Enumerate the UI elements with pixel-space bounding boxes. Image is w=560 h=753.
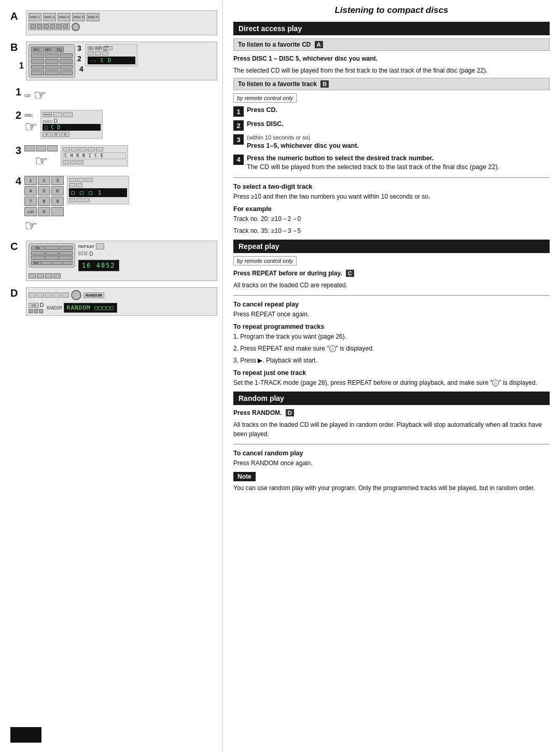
repeat-prog-step2: 2. Press REPEAT and make sure "○" is dis…	[233, 344, 550, 353]
cancel-repeat-title: To cancel repeat play	[233, 301, 550, 308]
repeat-instruction-text: Press REPEAT before or during play.	[233, 270, 342, 277]
key-blank	[51, 207, 64, 216]
step3-block: 3 ☞ C H R	[16, 145, 217, 170]
section-header-random: Random play	[233, 392, 550, 405]
hand-cd-icon: ☞	[34, 87, 47, 104]
section-random: Random play Press RANDOM. D All tracks o…	[233, 392, 550, 493]
page-title: Listening to compact discs	[233, 5, 550, 16]
arrow-d: D	[40, 302, 44, 308]
repeat-one-title: To repeat just one track	[233, 369, 550, 376]
step-box-1: 1	[233, 106, 244, 117]
step1-block: 1 CD ☞	[16, 87, 217, 104]
key-1: 1	[24, 176, 37, 185]
cd-unit-b: CD GRP CAL LE -- C D	[86, 44, 137, 78]
step4-content: 1 2 3 4 5 6 7 8 9 ≥10 0 ☞	[24, 176, 129, 234]
section-header-direct: Direct access play	[233, 22, 550, 35]
example-section: For example Track no. 20: ≥10→2→0 Track …	[233, 205, 550, 235]
step-text-3: (within 10 seconds or so) Press 1–5, whi…	[247, 134, 550, 151]
step-text-4: Press the numeric button to select the d…	[247, 154, 550, 172]
disc-indicator: DISC D	[43, 118, 101, 124]
step-label-1: 1	[19, 61, 24, 71]
disc-indicator-c: DISC	[78, 252, 88, 256]
example-line-2: Track no. 35: ≥10→3→5	[233, 226, 550, 235]
remote-b: MIC MIX EQ	[29, 44, 75, 78]
step-label-2: 2	[77, 54, 83, 63]
section-repeat: Repeat play by remote control only Press…	[233, 240, 550, 387]
key-3: 3	[51, 176, 64, 185]
figure-d: D RANDOM	[10, 287, 217, 316]
circle-icon: ○	[329, 345, 336, 352]
two-digit-section: To select a two-digit track Press ≥10 an…	[233, 183, 550, 201]
random-btn-d: RANDOM	[83, 292, 104, 298]
cancel-random-title: To cancel random play	[233, 450, 550, 457]
display-c: 16 4852	[78, 260, 119, 271]
step1-num: 1	[16, 87, 21, 97]
disc-label: DISC	[24, 114, 37, 117]
figure-c: C MIX	[10, 241, 217, 281]
fig-c-display-area: REPEAT DISC D 16 4852	[78, 243, 119, 271]
two-digit-text: Press ≥10 and then the two numbers you w…	[233, 192, 550, 201]
note-label: Note	[233, 472, 256, 481]
disc2: DISC 2	[43, 13, 56, 21]
cancel-repeat-text: Press REPEAT once again.	[233, 310, 550, 319]
fig-d-label: D	[10, 287, 23, 299]
step-label-3: 3	[77, 44, 83, 52]
sub1-title-text: To listen to a favorite CD	[238, 41, 311, 48]
step2-content: DISC ☞ ═══ DISC D □ C D C D E	[24, 110, 103, 139]
cd-label: CD	[24, 93, 31, 98]
left-panel: A DISC 1 DISC 2 DISC 3 DISC 4 DISC 5	[0, 0, 223, 753]
cancel-repeat-section: To cancel repeat play Press REPEAT once …	[233, 301, 550, 319]
step-box-4: 4	[233, 155, 244, 165]
fig-a-content: DISC 1 DISC 2 DISC 3 DISC 4 DISC 5	[26, 10, 217, 35]
divider-3	[233, 444, 550, 444]
step-item-1: 1 Press CD.	[233, 106, 550, 117]
key-5: 5	[38, 186, 50, 196]
repeat-instruction: Press REPEAT before or during play. C	[233, 269, 550, 278]
circle-icon-2: ○	[492, 380, 499, 386]
key-ge10: ≥10	[24, 207, 37, 216]
repeat-description: All tracks on the loaded CD are repeated…	[233, 281, 550, 290]
key-0: 0	[38, 207, 50, 216]
random-instruction-text: Press RANDOM.	[233, 409, 282, 416]
step1-content: CD ☞	[24, 87, 47, 104]
disc3: DISC 3	[58, 13, 71, 21]
fig-c-label: C	[10, 241, 23, 253]
right-panel: Listening to compact discs Direct access…	[223, 0, 560, 753]
repeat-programmed-section: To repeat programmed tracks 1. Program t…	[233, 323, 550, 365]
step3-cd-unit: C H R N I C E	[61, 145, 128, 166]
fig-d-disc-row: CD D	[29, 302, 44, 313]
step-text-2: Press DISC.	[247, 120, 550, 129]
random-instruction: Press RANDOM. D	[233, 408, 550, 417]
example-title: For example	[233, 205, 550, 213]
repeat-one-text: Set the 1-TRACK mode (page 28), press RE…	[233, 378, 550, 387]
rep-step1-text: Program the track you want (page 26).	[240, 333, 346, 340]
display-d-container: RANDOM RANDOM □□□□□	[47, 303, 117, 313]
step-box-3: 3	[233, 134, 244, 145]
label-ref-a: A	[315, 41, 323, 48]
key-2: 2	[38, 176, 50, 185]
disc1: DISC 1	[29, 13, 41, 21]
cancel-random-section: To cancel random play Press RANDOM once …	[233, 450, 550, 468]
step3-num: 3	[16, 145, 21, 156]
step-item-2: 2 Press DISC.	[233, 120, 550, 131]
display-d: RANDOM □□□□□	[64, 303, 117, 313]
key-6: 6	[51, 186, 64, 196]
step-label-4: 4	[77, 65, 83, 73]
section2-header-text: Repeat play	[239, 242, 279, 250]
remote-b-top: MIC MIX EQ	[31, 47, 73, 52]
random-description: All tracks on the loaded CD will be play…	[233, 420, 550, 439]
display-b: -- C D	[88, 57, 135, 64]
choice-display: C H R N I C E	[63, 152, 126, 159]
step2-num: 2	[16, 110, 21, 120]
cd-slot-row: DISC 1 DISC 2 DISC 3 DISC 4 DISC 5	[29, 13, 215, 21]
step2-remote: DISC ☞	[24, 114, 37, 135]
label-ref-b: B	[320, 80, 329, 88]
sub-header-cd: To listen to a favorite CD A	[233, 38, 550, 51]
remote-c: MIX REP	[29, 243, 75, 268]
fig-b-label: B	[10, 41, 23, 53]
dial-d	[71, 290, 81, 300]
section-header-repeat: Repeat play	[233, 240, 550, 253]
numpad-area: 1 2 3 4 5 6 7 8 9 ≥10 0 ☞	[24, 176, 64, 234]
sub2-title-text: To listen to a favorite track	[238, 80, 317, 88]
step-item-3: 3 (within 10 seconds or so) Press 1–5, w…	[233, 134, 550, 151]
